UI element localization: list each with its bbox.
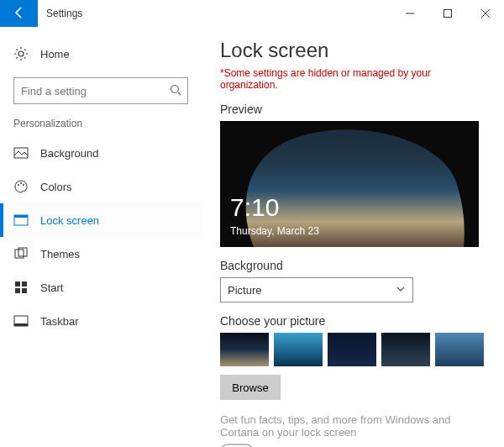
sidebar-item-themes[interactable]: Themes xyxy=(0,237,202,271)
preview-date: Thursday, March 23 xyxy=(230,225,319,237)
svg-rect-11 xyxy=(15,281,20,287)
maximize-button[interactable] xyxy=(428,0,466,27)
background-label: Background xyxy=(220,259,486,272)
svg-rect-16 xyxy=(14,323,28,326)
svg-rect-8 xyxy=(14,215,28,218)
org-management-note: *Some settings are hidden or managed by … xyxy=(220,67,486,91)
sidebar-item-label: Colors xyxy=(40,181,72,193)
palette-icon xyxy=(13,179,29,194)
svg-rect-12 xyxy=(22,281,27,287)
preview-label: Preview xyxy=(220,103,486,116)
svg-point-2 xyxy=(171,86,179,93)
picture-thumbnail[interactable] xyxy=(220,333,269,366)
svg-rect-14 xyxy=(22,288,27,293)
svg-rect-13 xyxy=(15,288,20,293)
sidebar-home[interactable]: Home xyxy=(0,37,202,71)
sidebar-item-label: Taskbar xyxy=(40,315,79,328)
svg-point-6 xyxy=(23,184,24,186)
window-title: Settings xyxy=(38,0,391,27)
search-input[interactable] xyxy=(13,77,188,104)
minimize-icon xyxy=(406,8,414,20)
picture-thumbnail[interactable] xyxy=(435,333,484,366)
sidebar-item-label: Start xyxy=(40,281,63,294)
svg-point-1 xyxy=(18,51,24,56)
close-icon xyxy=(481,8,490,20)
fun-facts-toggle[interactable] xyxy=(220,444,254,447)
arrow-left-icon xyxy=(13,6,26,22)
search-icon xyxy=(170,84,181,98)
background-dropdown[interactable]: Picture xyxy=(220,277,413,302)
sidebar-section-label: Personalization xyxy=(0,114,202,136)
page-title: Lock screen xyxy=(220,39,486,62)
sidebar-item-colors[interactable]: Colors xyxy=(0,170,202,203)
close-button[interactable] xyxy=(466,0,504,27)
picture-thumbnail[interactable] xyxy=(328,333,376,366)
sidebar-item-label: Themes xyxy=(40,248,80,260)
sidebar-item-lock-screen[interactable]: Lock screen xyxy=(0,203,202,237)
picture-thumbnail[interactable] xyxy=(274,333,323,366)
choose-picture-label: Choose your picture xyxy=(220,314,486,328)
taskbar-icon xyxy=(13,313,29,329)
back-button[interactable] xyxy=(0,0,38,27)
start-icon xyxy=(13,280,29,295)
svg-point-5 xyxy=(20,182,22,184)
browse-button[interactable]: Browse xyxy=(220,375,281,400)
lockscreen-preview: 7:10 Thursday, March 23 xyxy=(220,121,479,247)
sidebar: Home Personalization Background Colors L… xyxy=(0,27,202,447)
sidebar-item-taskbar[interactable]: Taskbar xyxy=(0,304,202,338)
fun-facts-label: Get fun facts, tips, and more from Windo… xyxy=(220,413,486,439)
maximize-icon xyxy=(444,8,452,20)
chevron-down-icon xyxy=(396,284,406,297)
svg-rect-0 xyxy=(444,9,451,17)
background-value: Picture xyxy=(228,284,261,297)
themes-icon xyxy=(13,246,29,261)
lockscreen-icon xyxy=(13,213,29,228)
gear-icon xyxy=(13,46,29,61)
main-panel: Lock screen *Some settings are hidden or… xyxy=(202,27,504,447)
sidebar-item-label: Lock screen xyxy=(40,214,99,227)
sidebar-item-background[interactable]: Background xyxy=(0,136,202,170)
sidebar-home-label: Home xyxy=(40,48,70,60)
preview-clock: 7:10 xyxy=(230,193,279,222)
svg-point-4 xyxy=(18,184,19,186)
titlebar: Settings xyxy=(0,0,504,27)
sidebar-item-start[interactable]: Start xyxy=(0,271,202,304)
image-icon xyxy=(13,145,29,160)
sidebar-item-label: Background xyxy=(40,147,98,160)
picture-thumbnail[interactable] xyxy=(381,333,430,366)
minimize-button[interactable] xyxy=(391,0,428,27)
